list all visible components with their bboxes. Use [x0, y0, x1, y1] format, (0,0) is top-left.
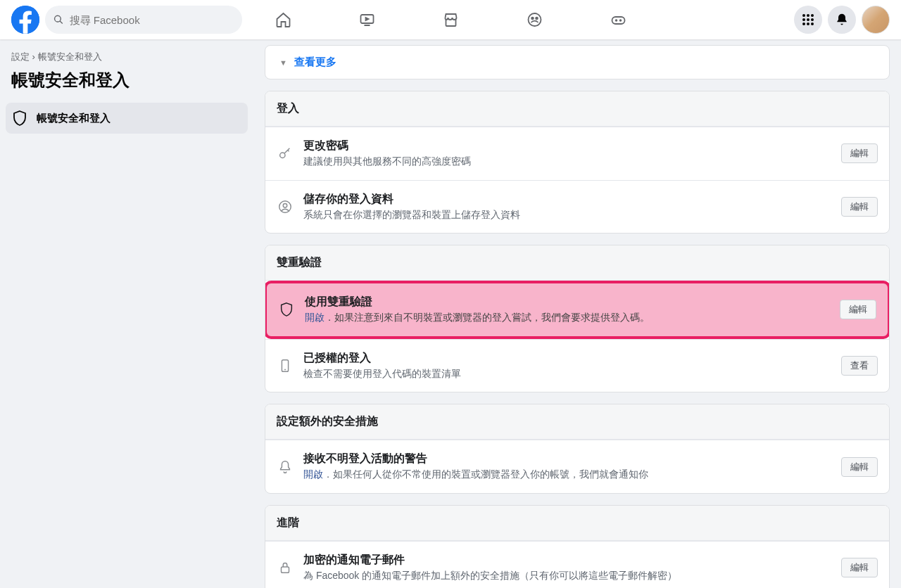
user-circle-icon — [277, 199, 293, 215]
row-title: 使用雙重驗證 — [305, 295, 830, 309]
row-sub: 開啟．如果任何人從你不常使用的裝置或瀏覽器登入你的帳號，我們就會通知你 — [303, 468, 831, 482]
nav-groups[interactable] — [496, 0, 574, 39]
search-box[interactable] — [45, 6, 242, 34]
watch-icon — [358, 11, 375, 28]
row-sub: 為 Facebook 的通知電子郵件加上額外的安全措施（只有你可以將這些電子郵件… — [303, 569, 831, 583]
search-input[interactable] — [70, 14, 234, 26]
svg-point-7 — [615, 20, 617, 21]
row-authorized-logins[interactable]: 已授權的登入 檢查不需要使用登入代碼的裝置清單 查看 — [265, 339, 889, 392]
nav-watch[interactable] — [328, 0, 406, 39]
svg-rect-6 — [612, 17, 624, 24]
section-header: 進階 — [265, 506, 889, 541]
row-title: 更改密碼 — [303, 139, 831, 153]
sidebar-item-security[interactable]: 帳號安全和登入 — [6, 103, 248, 134]
nav-marketplace[interactable] — [412, 0, 490, 39]
section-extra: 設定額外的安全措施 接收不明登入活動的警告 開啟．如果任何人從你不常使用的裝置或… — [265, 404, 890, 494]
edit-button[interactable]: 編輯 — [841, 558, 878, 577]
svg-rect-23 — [282, 567, 289, 573]
navbar — [0, 0, 901, 39]
svg-point-4 — [531, 18, 534, 20]
row-title: 儲存你的登入資料 — [303, 192, 831, 207]
row-title: 已授權的登入 — [303, 351, 831, 366]
section-login: 登入 更改密碼 建議使用與其他服務不同的高強度密碼 編輯 儲存你的登入資料 系統… — [265, 91, 890, 234]
edit-button[interactable]: 編輯 — [841, 457, 878, 477]
navbar-right — [794, 6, 890, 34]
groups-icon — [526, 11, 543, 28]
svg-point-10 — [807, 14, 809, 17]
row-use-tfa[interactable]: 使用雙重驗證 開啟．如果注意到來自不明裝置或瀏覽器的登入嘗試，我們會要求提供登入… — [265, 281, 890, 339]
facebook-logo[interactable] — [11, 6, 39, 34]
nav-gaming[interactable] — [579, 0, 657, 39]
svg-point-20 — [283, 203, 287, 207]
shield-icon — [11, 110, 28, 127]
svg-point-5 — [536, 18, 538, 20]
nav-home[interactable] — [244, 0, 322, 39]
status-on: 開啟 — [303, 468, 323, 480]
row-sub: 系統只會在你選擇的瀏覽器和裝置上儲存登入資料 — [303, 208, 831, 222]
svg-point-18 — [280, 153, 285, 158]
edit-button[interactable]: 編輯 — [841, 143, 878, 163]
svg-point-13 — [807, 18, 809, 21]
bell-icon — [835, 13, 849, 27]
see-more-label: 查看更多 — [294, 56, 336, 69]
menu-grid-icon — [801, 13, 815, 27]
edit-button[interactable]: 編輯 — [840, 300, 876, 319]
svg-point-16 — [807, 23, 809, 25]
sidebar-item-label: 帳號安全和登入 — [37, 112, 111, 125]
status-on: 開啟 — [305, 312, 325, 323]
row-sub: 檢查不需要使用登入代碼的裝置清單 — [303, 367, 831, 381]
shield-icon — [279, 302, 294, 317]
section-header: 登入 — [265, 91, 889, 127]
menu-button[interactable] — [794, 6, 822, 34]
navbar-left — [11, 6, 242, 34]
section-header: 雙重驗證 — [265, 245, 889, 281]
bell-outline-icon — [277, 459, 293, 475]
caret-down-icon: ▼ — [279, 58, 287, 67]
key-icon — [277, 146, 293, 161]
lock-icon — [277, 560, 293, 575]
svg-point-11 — [811, 14, 814, 17]
gaming-icon — [610, 11, 626, 28]
section-advanced: 進階 加密的通知電子郵件 為 Facebook 的通知電子郵件加上額外的安全措施… — [265, 505, 890, 588]
see-more-link[interactable]: ▼ 查看更多 — [279, 56, 875, 69]
svg-point-14 — [811, 18, 814, 21]
svg-point-12 — [802, 18, 805, 21]
page-title: 帳號安全和登入 — [6, 66, 248, 103]
svg-point-9 — [802, 14, 805, 17]
section-header: 設定額外的安全措施 — [265, 404, 889, 440]
row-login-alerts[interactable]: 接收不明登入活動的警告 開啟．如果任何人從你不常使用的裝置或瀏覽器登入你的帳號，… — [265, 440, 889, 493]
breadcrumb: 設定 › 帳號安全和登入 — [6, 51, 248, 66]
svg-point-15 — [802, 23, 805, 25]
row-save-login[interactable]: 儲存你的登入資料 系統只會在你選擇的瀏覽器和裝置上儲存登入資料 編輯 — [265, 180, 889, 234]
edit-button[interactable]: 編輯 — [841, 197, 878, 217]
user-avatar[interactable] — [862, 6, 890, 34]
main-content: ▼ 查看更多 登入 更改密碼 建議使用與其他服務不同的高強度密碼 編輯 儲存你的… — [253, 39, 901, 588]
home-icon — [275, 11, 291, 28]
phone-icon — [277, 358, 293, 373]
see-more-section: ▼ 查看更多 — [265, 45, 890, 79]
svg-point-8 — [619, 20, 621, 21]
search-icon — [53, 14, 64, 25]
row-sub: 建議使用與其他服務不同的高強度密碼 — [303, 155, 831, 169]
notifications-button[interactable] — [828, 6, 856, 34]
row-sub: 開啟．如果注意到來自不明裝置或瀏覽器的登入嘗試，我們會要求提供登入碼。 — [305, 311, 830, 325]
svg-point-3 — [528, 13, 541, 26]
row-title: 加密的通知電子郵件 — [303, 553, 831, 568]
row-change-password[interactable]: 更改密碼 建議使用與其他服務不同的高強度密碼 編輯 — [265, 127, 889, 180]
sidebar: 設定 › 帳號安全和登入 帳號安全和登入 帳號安全和登入 — [0, 39, 253, 588]
navbar-center-tabs — [244, 0, 657, 39]
marketplace-icon — [442, 11, 459, 28]
svg-point-17 — [811, 23, 814, 25]
section-tfa: 雙重驗證 使用雙重驗證 開啟．如果注意到來自不明裝置或瀏覽器的登入嘗試，我們會要… — [265, 245, 890, 392]
view-button[interactable]: 查看 — [841, 356, 878, 376]
row-encrypted-emails[interactable]: 加密的通知電子郵件 為 Facebook 的通知電子郵件加上額外的安全措施（只有… — [265, 541, 889, 588]
row-title: 接收不明登入活動的警告 — [303, 452, 831, 466]
